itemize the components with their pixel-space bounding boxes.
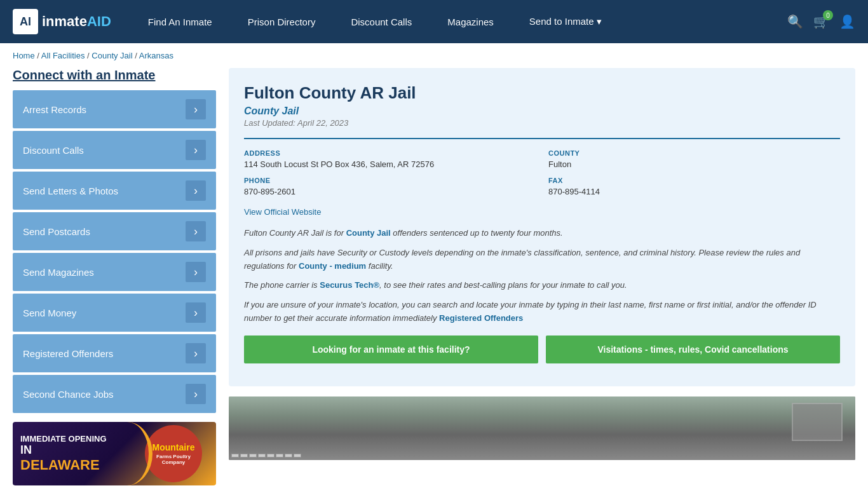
cart-badge: 0 xyxy=(823,10,833,20)
phone-label: PHONE xyxy=(244,177,536,184)
sidebar-item-send-postcards[interactable]: Send Postcards › xyxy=(13,212,216,250)
sidebar-item-send-magazines[interactable]: Send Magazines › xyxy=(13,253,216,291)
description-1: Fulton County AR Jail is for County Jail… xyxy=(244,227,840,240)
sidebar-item-arrest-records[interactable]: Arrest Records › xyxy=(13,90,216,128)
facility-type: County Jail xyxy=(244,105,840,117)
sidebar-menu: Arrest Records › Discount Calls › Send L… xyxy=(13,90,216,413)
sidebar-item-registered-offenders-label: Registered Offenders xyxy=(23,348,113,359)
county-label: COUNTY xyxy=(548,149,840,157)
user-icon[interactable]: 👤 xyxy=(839,14,855,29)
main-content: Fulton County AR Jail County Jail Last U… xyxy=(229,68,855,485)
main-nav: Find An Inmate Prison Directory Discount… xyxy=(130,0,787,43)
logo[interactable]: AI inmateAID xyxy=(13,9,111,34)
sidebar-item-discount-calls-label: Discount Calls xyxy=(23,145,84,156)
sidebar-item-send-magazines-label: Send Magazines xyxy=(23,267,94,278)
breadcrumb-home[interactable]: Home xyxy=(13,51,35,60)
action-buttons: Looking for an inmate at this facility? … xyxy=(244,336,840,363)
sidebar-item-send-money[interactable]: Send Money › xyxy=(13,294,216,332)
sidebar-item-registered-offenders[interactable]: Registered Offenders › xyxy=(13,334,216,372)
sidebar-chevron: › xyxy=(186,99,206,119)
fax-label: FAX xyxy=(548,177,840,184)
address-block: ADDRESS 114 South Locust St PO Box 436, … xyxy=(244,149,536,169)
address-value: 114 South Locust St PO Box 436, Salem, A… xyxy=(244,159,536,169)
description-4: If you are unsure of your inmate's locat… xyxy=(244,299,840,325)
cart-icon[interactable]: 🛒 0 xyxy=(813,14,829,29)
sidebar-chevron: › xyxy=(186,262,206,282)
sidebar-item-second-chance-jobs-label: Second Chance Jobs xyxy=(23,389,114,400)
fax-block: FAX 870-895-4114 xyxy=(548,177,840,196)
sidebar-chevron: › xyxy=(186,221,206,241)
nav-send-to-inmate[interactable]: Send to Inmate ▾ xyxy=(512,0,620,43)
sidebar-chevron: › xyxy=(186,343,206,363)
registered-offenders-link[interactable]: Registered Offenders xyxy=(439,313,523,323)
sidebar-item-discount-calls[interactable]: Discount Calls › xyxy=(13,131,216,169)
facility-details: ADDRESS 114 South Locust St PO Box 436, … xyxy=(244,138,840,196)
phone-block: PHONE 870-895-2601 xyxy=(244,177,536,196)
sidebar-item-send-postcards-label: Send Postcards xyxy=(23,226,90,237)
looking-for-inmate-button[interactable]: Looking for an inmate at this facility? xyxy=(244,336,538,363)
site-header: AI inmateAID Find An Inmate Prison Direc… xyxy=(0,0,868,43)
visitations-button[interactable]: Visitations - times, rules, Covid cancel… xyxy=(546,336,840,363)
sidebar-item-second-chance-jobs[interactable]: Second Chance Jobs › xyxy=(13,375,216,413)
sidebar-chevron: › xyxy=(186,140,206,160)
sidebar: Connect with an Inmate Arrest Records › … xyxy=(13,68,216,485)
logo-icon: AI xyxy=(13,9,38,34)
address-label: ADDRESS xyxy=(244,149,536,157)
nav-prison-directory[interactable]: Prison Directory xyxy=(230,0,334,43)
breadcrumb-all-facilities[interactable]: All Facilities xyxy=(41,51,85,60)
description-2: All prisons and jails have Security or C… xyxy=(244,247,840,273)
fax-value: 870-895-4114 xyxy=(548,187,840,196)
logo-text: inmateAID xyxy=(42,13,111,30)
sidebar-advertisement[interactable]: IMMEDIATE OPENING IN DELAWARE Mountaire … xyxy=(13,422,216,485)
description-3: The phone carrier is Securus Tech®, to s… xyxy=(244,279,840,292)
sidebar-item-send-letters-photos[interactable]: Send Letters & Photos › xyxy=(13,172,216,210)
ad-logo-circle: Mountaire Farms Poultry Company xyxy=(145,425,202,482)
sidebar-title: Connect with an Inmate xyxy=(13,68,216,83)
facility-card: Fulton County AR Jail County Jail Last U… xyxy=(229,68,855,386)
nav-discount-calls[interactable]: Discount Calls xyxy=(333,0,430,43)
facility-last-updated: Last Updated: April 22, 2023 xyxy=(244,118,840,128)
search-icon[interactable]: 🔍 xyxy=(787,14,803,29)
facility-aerial-image xyxy=(229,396,855,460)
sidebar-chevron: › xyxy=(186,180,206,201)
breadcrumb-state[interactable]: Arkansas xyxy=(139,51,173,60)
county-medium-link[interactable]: County - medium xyxy=(299,261,366,271)
county-block: COUNTY Fulton xyxy=(548,149,840,169)
facility-name: Fulton County AR Jail xyxy=(244,83,840,103)
breadcrumb: Home / All Facilities / County Jail / Ar… xyxy=(0,43,868,68)
securus-link[interactable]: Securus Tech® xyxy=(320,280,379,290)
nav-find-inmate[interactable]: Find An Inmate xyxy=(130,0,230,43)
sidebar-item-send-money-label: Send Money xyxy=(23,308,76,318)
main-container: Connect with an Inmate Arrest Records › … xyxy=(0,68,868,485)
nav-magazines[interactable]: Magazines xyxy=(430,0,512,43)
phone-value: 870-895-2601 xyxy=(244,187,536,196)
breadcrumb-county-jail[interactable]: County Jail xyxy=(92,51,132,60)
sidebar-chevron: › xyxy=(186,302,206,323)
sidebar-item-arrest-records-label: Arrest Records xyxy=(23,104,86,115)
ad-arc-decoration xyxy=(102,422,153,485)
sidebar-item-send-letters-photos-label: Send Letters & Photos xyxy=(23,186,118,196)
aerial-image-inner xyxy=(229,396,855,460)
sidebar-chevron: › xyxy=(186,384,206,404)
header-icons: 🔍 🛒 0 👤 xyxy=(787,14,855,29)
official-website-link[interactable]: View Official Website xyxy=(244,207,321,217)
county-jail-link[interactable]: County Jail xyxy=(346,228,391,238)
county-value: Fulton xyxy=(548,159,840,169)
